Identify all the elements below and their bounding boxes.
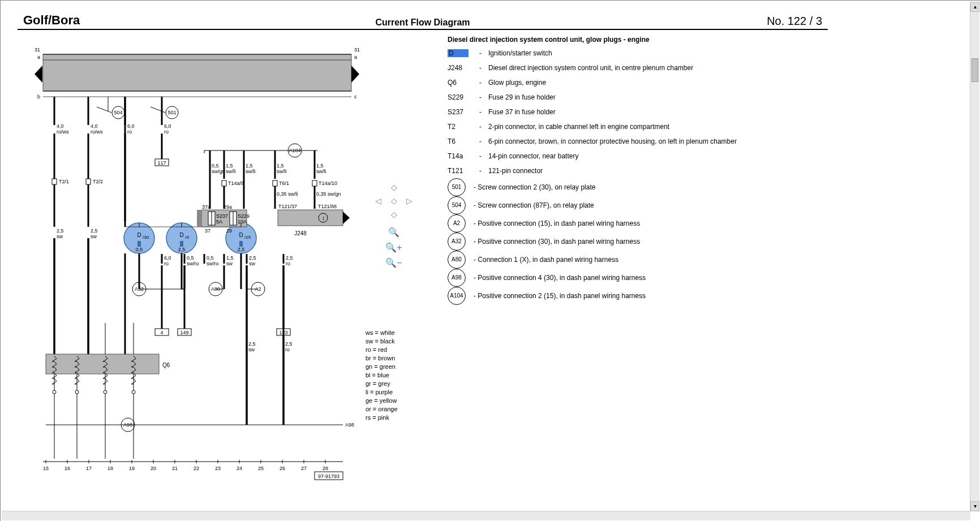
nav-center-icon[interactable]: ◇ (388, 196, 399, 208)
navigation-controls: ◇ ◁ ◇ ▷ ◇ 🔍 🔍+ 🔍− (368, 182, 419, 273)
svg-point-174 (75, 390, 79, 394)
legend-symbol-circle: 501 (448, 178, 466, 196)
legend-key: S237 (448, 107, 476, 117)
svg-text:b: b (37, 94, 40, 100)
svg-marker-70 (197, 210, 201, 227)
svg-rect-117 (278, 210, 343, 226)
svg-text:T6/1: T6/1 (279, 180, 289, 186)
nav-up-icon[interactable]: ◇ (388, 183, 399, 194)
svg-text:97-91793: 97-91793 (318, 473, 339, 479)
svg-rect-24 (52, 179, 57, 184)
svg-text:sw: sw (57, 234, 63, 239)
scroll-thumb[interactable] (972, 58, 978, 82)
svg-text:1,5: 1,5 (226, 255, 234, 261)
svg-text:6,0: 6,0 (127, 123, 135, 129)
legend-row: 501- Screw connection 2 (30), on relay p… (448, 178, 821, 196)
svg-point-176 (104, 390, 107, 394)
svg-text:6,0: 6,0 (164, 123, 171, 129)
nav-left-icon[interactable]: ◁ (373, 196, 384, 208)
legend-row: A98- Positive connection 4 (30), in dash… (448, 269, 821, 287)
page-header: Golf/Bora Current Flow Diagram No. 122 /… (18, 11, 828, 30)
legend-key: T121 (448, 166, 476, 176)
svg-text:sw/li: sw/li (246, 169, 256, 174)
legend-text: 121-pin connector (488, 166, 543, 176)
scroll-up-icon[interactable]: ▴ (970, 2, 979, 12)
svg-text:0,5: 0,5 (212, 163, 219, 169)
svg-text:5A: 5A (216, 219, 222, 225)
svg-point-172 (53, 390, 56, 394)
legend-text: Diesel direct injection system control u… (488, 63, 693, 73)
legend-row: A2- Positive connection (15), in dash pa… (448, 214, 821, 232)
svg-text:6,0: 6,0 (164, 255, 171, 261)
svg-text:T121/37: T121/37 (278, 204, 297, 209)
svg-text:ro: ro (164, 129, 169, 135)
legend-row: T2-2-pin connector, in cable channel lef… (448, 119, 821, 134)
svg-text:22: 22 (194, 466, 199, 471)
svg-text:0,35 sw/gn: 0,35 sw/gn (316, 191, 341, 197)
legend-row: A32- Positive connection (30), in dash p… (448, 232, 821, 251)
vehicle-title: Golf/Bora (23, 13, 80, 28)
svg-text:c: c (354, 94, 357, 100)
svg-text:1,5: 1,5 (277, 163, 284, 169)
svg-text:504: 504 (114, 110, 122, 115)
svg-text:501: 501 (167, 110, 176, 115)
legend-text: Fuse 29 in fuse holder (488, 92, 556, 102)
svg-text:S237: S237 (216, 213, 228, 219)
legend-symbol-circle: A32 (448, 232, 466, 251)
svg-text:2,5: 2,5 (91, 228, 98, 234)
zoom-reset-icon[interactable]: 🔍 (368, 227, 419, 238)
legend-text: Glow plugs, engine (488, 77, 546, 88)
svg-rect-110 (312, 180, 317, 186)
legend-key: T14a (448, 151, 476, 161)
zoom-out-icon[interactable]: 🔍− (368, 257, 419, 268)
legend-key: S229 (448, 92, 476, 102)
legend-text: Ignition/starter switch (488, 48, 552, 58)
svg-text:19: 19 (129, 466, 135, 471)
svg-text:ro/ws: ro/ws (57, 129, 69, 135)
svg-text:1,5: 1,5 (246, 163, 253, 169)
legend-symbol-circle: A98 (448, 269, 466, 287)
legend-text: Fuse 37 in fuse holder (488, 107, 556, 117)
svg-text:15: 15 (43, 466, 49, 471)
svg-text:17: 17 (86, 466, 92, 471)
legend-row: 504- Screw connection (87F), on relay pl… (448, 196, 821, 214)
scrollbar-vertical[interactable]: ▴ ▾ (970, 2, 979, 511)
svg-text:T2/2: T2/2 (93, 179, 103, 184)
legend-text: 6-pin connector, brown, in connector pro… (488, 136, 737, 147)
svg-rect-64 (239, 241, 243, 247)
legend-text: - Screw connection 2 (30), on relay plat… (474, 182, 595, 192)
color-key-row: or = orange (366, 405, 398, 414)
legend-text: 2-pin connector, in cable channel left i… (488, 122, 669, 132)
scrollbar-horizontal[interactable] (2, 511, 970, 520)
svg-text:4,0: 4,0 (91, 123, 98, 129)
svg-text:149: 149 (180, 330, 188, 335)
component-legend: Diesel direct injection system control u… (448, 35, 821, 305)
legend-text: - Positive connection (30), in dash pane… (474, 236, 640, 247)
svg-text:T14a/10: T14a/10 (319, 180, 337, 186)
svg-text:sw/ro: sw/ro (187, 261, 199, 266)
svg-text:J248: J248 (294, 230, 307, 236)
svg-text:Q6: Q6 (162, 362, 170, 368)
legend-row: Q6-Glow plugs, engine (448, 75, 821, 90)
scroll-down-icon[interactable]: ▾ (970, 501, 979, 511)
legend-key: D (448, 48, 476, 58)
nav-down-icon[interactable]: ◇ (388, 210, 399, 221)
svg-rect-102 (273, 180, 277, 186)
legend-row: T6-6-pin connector, brown, in connector … (448, 134, 821, 149)
svg-text:sw/li: sw/li (226, 169, 236, 174)
svg-text:25: 25 (258, 466, 264, 471)
wire-color-key: ws = whitesw = blackro = redbr = browngn… (366, 329, 398, 422)
legend-symbol-circle: A80 (448, 251, 466, 269)
svg-text:28: 28 (323, 466, 328, 471)
svg-text:37: 37 (205, 228, 210, 234)
color-key-row: li = purple (366, 388, 398, 397)
nav-right-icon[interactable]: ▷ (403, 196, 415, 208)
svg-text:1,5: 1,5 (226, 163, 233, 169)
svg-text:/15: /15 (244, 235, 251, 240)
svg-line-14 (97, 107, 111, 113)
zoom-in-icon[interactable]: 🔍+ (368, 242, 419, 253)
svg-text:ro: ro (285, 347, 290, 352)
svg-text:27: 27 (301, 466, 307, 471)
svg-text:2,5: 2,5 (286, 255, 293, 261)
color-key-row: rs = pink (366, 414, 398, 422)
